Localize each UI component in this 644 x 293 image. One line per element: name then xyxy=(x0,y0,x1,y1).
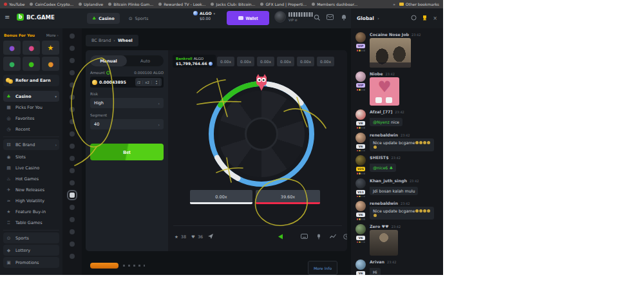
rail-game-icon[interactable] xyxy=(70,131,75,137)
avatar[interactable] xyxy=(355,32,366,43)
avatar[interactable] xyxy=(355,109,366,120)
rail-game-icon[interactable] xyxy=(70,119,75,124)
sidebar-item-casino[interactable]: ♣ Casino ▾ xyxy=(3,91,59,102)
rail-game-icon[interactable] xyxy=(70,193,75,198)
multiplier-chip[interactable]: 0.00x xyxy=(257,57,274,66)
user-profile[interactable]: VIP ⊘ xyxy=(274,11,313,23)
amount-input[interactable]: 0.00043895 /2 x2 ▴▾ xyxy=(90,77,164,88)
egg-bonus-icon[interactable]: ● xyxy=(23,41,40,55)
sidebar-item-live-casino[interactable]: ▤Live Casino xyxy=(3,162,59,173)
star-bonus-icon[interactable]: ★ xyxy=(42,41,59,55)
more-info-button[interactable]: More Info xyxy=(308,261,337,275)
heart-icon[interactable]: ♥ xyxy=(191,234,195,240)
trophy-icon[interactable] xyxy=(422,15,428,22)
chat-username[interactable]: renebaldwin xyxy=(370,133,398,137)
rail-game-icon[interactable] xyxy=(70,229,75,234)
bookmark-item[interactable]: Rewarded TV - Look... xyxy=(158,2,205,6)
sound-icon[interactable] xyxy=(278,234,283,241)
bookmarks-overflow-chevron[interactable]: » xyxy=(393,2,395,6)
bookmark-item[interactable]: GFX Land | Properti... xyxy=(260,2,307,6)
mention[interactable]: @Nyenz xyxy=(373,120,391,124)
sidebar-item-table-games[interactable]: ♖Table Games xyxy=(3,217,59,228)
multiplier-chip[interactable]: 0.00x xyxy=(277,57,294,66)
provider-badge[interactable] xyxy=(90,263,118,269)
mention[interactable]: @nice6 xyxy=(373,165,389,170)
bookmark-item[interactable]: Uplandive xyxy=(79,2,103,6)
rail-game-icon[interactable] xyxy=(70,217,75,222)
sidebar-item-new-releases[interactable]: ✈New Releases xyxy=(3,184,59,195)
wallet-button[interactable]: Wallet xyxy=(227,11,269,25)
green-lamp-bonus-icon[interactable]: ● xyxy=(3,57,21,71)
avatar[interactable] xyxy=(355,155,366,165)
info-icon[interactable]: i xyxy=(106,71,110,75)
chat-username[interactable]: Arivan xyxy=(370,260,384,264)
bookmark-item[interactable]: CoinCodex Crypto... xyxy=(30,2,73,6)
chat-username[interactable]: Cocaine Nose Job xyxy=(370,32,409,37)
bet-button[interactable]: Bet xyxy=(90,144,164,160)
rail-game-icon[interactable] xyxy=(70,168,75,173)
sidebar-item-high-volatility[interactable]: ≈High Volatility xyxy=(3,195,59,206)
avatar[interactable] xyxy=(355,260,366,270)
chat-username[interactable]: renebaldwin xyxy=(370,201,398,205)
rail-game-icon[interactable] xyxy=(70,241,75,247)
rail-game-icon[interactable] xyxy=(70,58,75,63)
purple-orb-bonus-icon[interactable]: ● xyxy=(3,41,21,55)
rail-game-icon[interactable] xyxy=(70,254,75,259)
sidebar-item-bc-brand[interactable]: ⚅ BC Brand › xyxy=(3,139,59,150)
chat-image-pink-heart-gif[interactable] xyxy=(370,77,399,106)
bookmark-item[interactable]: Bitcoin Plinko Gam... xyxy=(108,2,153,6)
avatar[interactable] xyxy=(355,71,366,82)
avatar[interactable] xyxy=(355,133,366,143)
multiplier-chip[interactable]: 0.00x xyxy=(297,57,314,66)
tab-auto[interactable]: Auto xyxy=(127,55,164,66)
sidebar-item-hot-games[interactable]: ♨Hot Games xyxy=(3,173,59,184)
search-icon[interactable] xyxy=(313,14,320,21)
bookmark-item[interactable]: YouTube xyxy=(4,2,24,6)
sidebar-item-favorites[interactable]: ◎Favorites xyxy=(3,113,59,124)
sidebar-item-lottery[interactable]: ◆Lottery xyxy=(3,245,59,256)
rail-game-icon[interactable] xyxy=(70,70,75,75)
sidebar-item-recent[interactable]: ◷Recent xyxy=(3,124,59,135)
chat-username[interactable]: Niobe xyxy=(370,71,383,76)
chevron-right-icon[interactable]: › xyxy=(377,16,379,21)
chat-image-meme-two-men-laughing[interactable] xyxy=(370,38,411,68)
avatar[interactable] xyxy=(355,178,366,189)
chat-username[interactable]: Khan_juth_singh xyxy=(370,178,407,183)
verify-icon[interactable] xyxy=(316,234,321,241)
bcgame-logo[interactable]: b BC.GAME xyxy=(17,14,55,21)
tab-casino[interactable]: ♣ Casino xyxy=(87,13,120,24)
sidebar-item-feature-buy-in[interactable]: ★Feature Buy-in xyxy=(3,206,59,217)
menu-icon[interactable]: ≡ xyxy=(5,14,10,21)
hotkeys-icon[interactable] xyxy=(301,234,308,240)
chat-username[interactable]: Zero ♥♥ xyxy=(370,224,389,229)
bookmark-item[interactable]: Members dashboar... xyxy=(312,2,357,6)
bell-icon[interactable] xyxy=(340,14,347,21)
rail-game-icon[interactable] xyxy=(70,95,75,100)
other-bookmarks-button[interactable]: Other bookmarks xyxy=(399,2,439,6)
rail-game-icon[interactable] xyxy=(70,180,75,185)
multiplier-chip[interactable]: 0.00x xyxy=(237,57,254,66)
rail-game-icon[interactable] xyxy=(70,156,75,161)
currency-selector[interactable]: ALGO ▾ $0.00 xyxy=(193,11,215,21)
segment-select[interactable]: 40 › xyxy=(90,119,164,129)
sidebar-item-picks-for-you[interactable]: ▦Picks For You xyxy=(3,102,59,113)
mail-icon[interactable] xyxy=(327,14,334,21)
chat-channel-title[interactable]: Global xyxy=(357,15,374,21)
bonus-more-link[interactable]: More › xyxy=(46,33,59,37)
rail-game-icon[interactable] xyxy=(70,144,75,149)
avatar[interactable] xyxy=(355,224,366,234)
chat-rules-icon[interactable] xyxy=(411,15,417,22)
sidebar-item-sports[interactable]: ⊙Sports xyxy=(3,232,59,243)
money-bonus-icon[interactable]: ● xyxy=(23,57,40,71)
rail-game-icon[interactable] xyxy=(70,107,75,112)
chat-image-portrait-heart-hands[interactable] xyxy=(370,230,398,256)
half-bet-button[interactable]: /2 xyxy=(135,80,143,84)
close-icon[interactable]: × xyxy=(433,15,437,21)
amount-stepper[interactable]: ▴▾ xyxy=(152,80,162,85)
double-bet-button[interactable]: x2 xyxy=(143,80,152,84)
multiplier-chip[interactable]: 0.00x xyxy=(217,57,234,66)
sidebar-item-slots[interactable]: ◉Slots xyxy=(3,151,59,162)
multiplier-chip[interactable]: 0.00x xyxy=(317,57,334,66)
tab-manual[interactable]: Manual xyxy=(90,55,127,66)
share-icon[interactable] xyxy=(208,234,213,240)
